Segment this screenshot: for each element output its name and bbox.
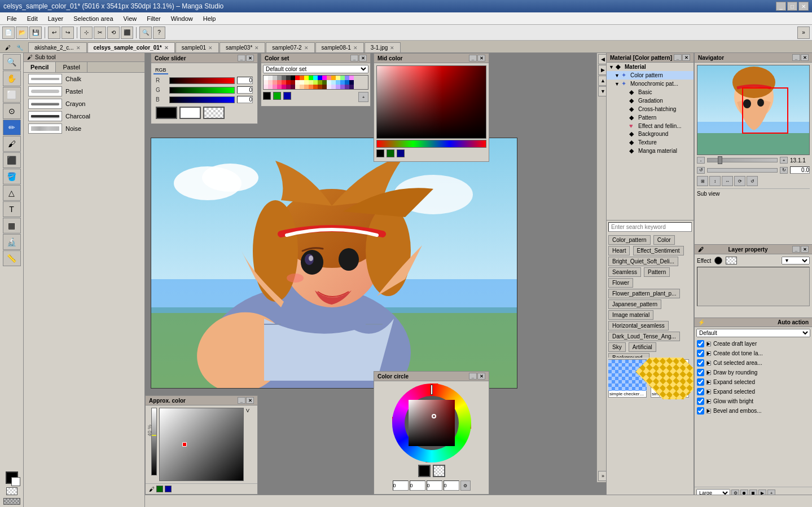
- tool-lasso[interactable]: ⊙: [3, 103, 21, 119]
- circle-trans-swatch[interactable]: [433, 465, 445, 477]
- b-value-input[interactable]: [237, 96, 253, 103]
- canvas-image[interactable]: [151, 138, 517, 389]
- expand-color-pattern[interactable]: ▼: [615, 73, 620, 78]
- color-cell[interactable]: [318, 80, 322, 85]
- tab-sample03[interactable]: sample03* ✕: [220, 42, 265, 52]
- color-cell[interactable]: [277, 76, 282, 80]
- color-cell[interactable]: [273, 85, 277, 89]
- tree-basic[interactable]: ◆ Basic: [607, 88, 694, 96]
- tab-close-sample03[interactable]: ✕: [254, 45, 259, 51]
- tab-close-sample08[interactable]: ✕: [353, 45, 358, 51]
- menu-selection[interactable]: Selection area: [69, 14, 117, 23]
- approx-marker-blue[interactable]: [165, 486, 172, 492]
- material-minimize[interactable]: _: [674, 54, 682, 61]
- close-button[interactable]: ✕: [798, 2, 809, 11]
- color-cell[interactable]: [268, 80, 273, 85]
- back-swatch[interactable]: [179, 107, 201, 119]
- tab-close-sample01[interactable]: ✕: [208, 45, 213, 51]
- color-cell[interactable]: [282, 85, 286, 89]
- color-cell[interactable]: [286, 85, 291, 89]
- tag-flower-pattern[interactable]: Flower_pattern_plant_p...: [608, 289, 680, 298]
- tool-zoom[interactable]: 🔍: [3, 54, 21, 70]
- color-cell[interactable]: [304, 76, 309, 80]
- color-cell[interactable]: [322, 80, 327, 85]
- tag-pattern[interactable]: Pattern: [644, 267, 670, 277]
- color-cell[interactable]: [282, 80, 286, 85]
- rgb-tab[interactable]: RGB: [153, 67, 168, 74]
- crop-button[interactable]: ✂: [94, 27, 106, 39]
- color-cell[interactable]: [273, 80, 277, 85]
- color-cell[interactable]: [264, 80, 268, 85]
- color-cell[interactable]: [345, 80, 349, 85]
- tree-monochromic[interactable]: ▼ ✦ Monochromic pat...: [607, 80, 694, 88]
- tab-close-akishake[interactable]: ✕: [76, 45, 81, 51]
- brush-tool-indicator[interactable]: 🖌: [2, 42, 14, 52]
- color-cell[interactable]: [322, 85, 327, 89]
- tag-artificial[interactable]: Artificial: [629, 342, 656, 352]
- zoom-out-btn[interactable]: -: [697, 157, 705, 164]
- tab-celsys[interactable]: celsys_sample_color_01* ✕: [87, 42, 175, 52]
- s-input[interactable]: [410, 480, 425, 491]
- rotate-left-btn[interactable]: ↺: [697, 167, 705, 174]
- expand-draw-round[interactable]: ▶: [706, 371, 711, 375]
- tree-texture[interactable]: ◆ Texture: [607, 138, 694, 147]
- color-cell[interactable]: [295, 80, 300, 85]
- tab-sample01[interactable]: sample01 ✕: [175, 42, 219, 52]
- action-cb-expand2[interactable]: [697, 388, 704, 395]
- v-slider[interactable]: [151, 408, 157, 475]
- color-cell[interactable]: [264, 85, 268, 89]
- color-cell[interactable]: [331, 85, 336, 89]
- tree-manga[interactable]: ◆ Manga material: [607, 147, 694, 155]
- mid-blue[interactable]: [397, 149, 405, 157]
- brush-tab-pencil[interactable]: Pencil: [24, 62, 56, 72]
- tool-shape[interactable]: △: [3, 185, 21, 201]
- color-cell[interactable]: [295, 76, 300, 80]
- color-cell[interactable]: [340, 85, 345, 89]
- color-wheel-container[interactable]: [392, 383, 471, 462]
- save-button[interactable]: 💾: [29, 27, 42, 39]
- zoom-button[interactable]: 🔍: [139, 27, 152, 39]
- fore-swatch[interactable]: [156, 107, 177, 119]
- rotate-value[interactable]: [790, 166, 810, 174]
- action-cb-expand1[interactable]: [697, 378, 704, 386]
- color-cell[interactable]: [309, 76, 313, 80]
- color-cell[interactable]: [331, 76, 336, 80]
- tab-close-31jpg[interactable]: ✕: [390, 45, 394, 51]
- g-slider[interactable]: [169, 87, 235, 94]
- expand-material[interactable]: ▼: [609, 64, 615, 70]
- color-cell[interactable]: [291, 76, 295, 80]
- color-cell[interactable]: [286, 80, 291, 85]
- effect-toggle[interactable]: [714, 257, 722, 264]
- tree-background[interactable]: ◆ Background: [607, 130, 694, 138]
- color-cell[interactable]: [273, 76, 277, 80]
- approx-marker-green[interactable]: [156, 486, 163, 492]
- tab-akishake[interactable]: akishake_2_c... ✕: [28, 42, 87, 52]
- color-marker-blue[interactable]: [283, 92, 291, 100]
- expand-expand2[interactable]: ▶: [706, 390, 711, 394]
- zoom-slider[interactable]: [707, 158, 778, 162]
- nav-btn5[interactable]: ↺: [747, 176, 758, 186]
- nav-close[interactable]: ✕: [801, 54, 809, 61]
- foreground-color[interactable]: [6, 471, 18, 484]
- undo-button[interactable]: ↩: [48, 27, 60, 39]
- tool-gradient[interactable]: ▦: [3, 218, 21, 233]
- color-cell[interactable]: [295, 85, 300, 89]
- color-cell[interactable]: [282, 76, 286, 80]
- background-color-swatch[interactable]: [11, 477, 20, 486]
- color-cell[interactable]: [318, 85, 322, 89]
- color-cell[interactable]: [313, 76, 318, 80]
- canvas-area[interactable]: Color slider _ ✕ RGB R G: [145, 53, 609, 495]
- action-cb-cut[interactable]: [697, 359, 704, 367]
- color-cell[interactable]: [327, 80, 331, 85]
- tree-color-pattern[interactable]: ▼ ✦ Color pattern: [607, 71, 694, 80]
- color-marker-green[interactable]: [273, 92, 281, 100]
- color-cell[interactable]: [336, 76, 340, 80]
- color-cell[interactable]: [291, 80, 295, 85]
- layer-close[interactable]: ✕: [801, 246, 809, 253]
- tab-sample07[interactable]: sample07-2 ✕: [266, 42, 314, 52]
- color-cell[interactable]: [331, 80, 336, 85]
- approx-close[interactable]: ✕: [246, 397, 254, 404]
- approx-matrix[interactable]: [159, 408, 244, 481]
- minimize-button[interactable]: _: [776, 2, 786, 11]
- color-cell[interactable]: [264, 76, 268, 80]
